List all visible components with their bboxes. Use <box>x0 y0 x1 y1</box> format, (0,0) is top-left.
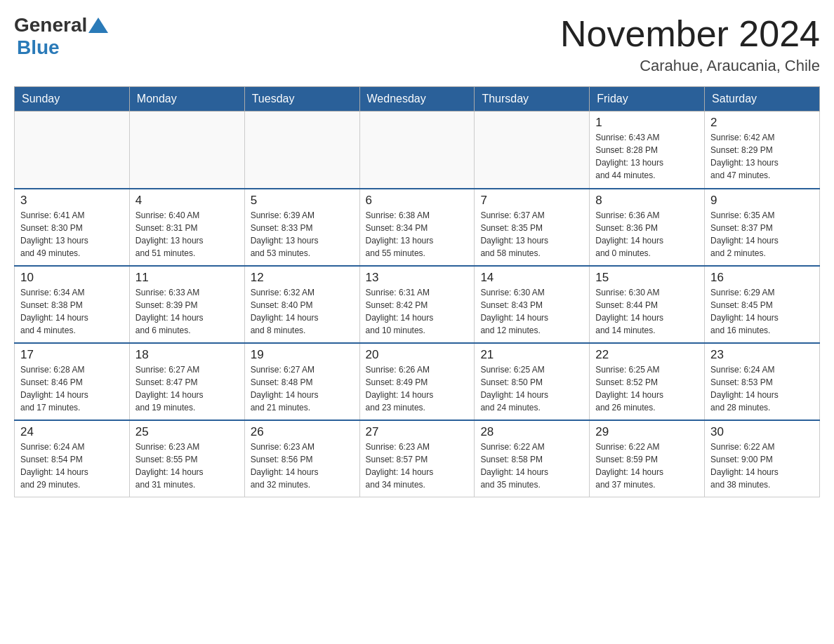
day-info: Sunrise: 6:28 AM Sunset: 8:46 PM Dayligh… <box>20 363 124 414</box>
day-info: Sunrise: 6:24 AM Sunset: 8:54 PM Dayligh… <box>20 441 124 491</box>
weekday-header-monday: Monday <box>129 87 244 112</box>
day-info: Sunrise: 6:33 AM Sunset: 8:39 PM Dayligh… <box>135 286 239 337</box>
logo-text: General <box>14 14 110 36</box>
calendar-week-row: 3Sunrise: 6:41 AM Sunset: 8:30 PM Daylig… <box>15 189 820 266</box>
weekday-header-sunday: Sunday <box>15 87 130 112</box>
day-number: 14 <box>480 271 583 285</box>
title-block: November 2024 Carahue, Araucania, Chile <box>560 14 820 75</box>
day-number: 4 <box>135 194 239 208</box>
day-number: 24 <box>20 425 124 439</box>
calendar-cell <box>359 112 475 189</box>
day-number: 21 <box>480 348 583 362</box>
day-number: 1 <box>595 116 699 130</box>
calendar-cell: 4Sunrise: 6:40 AM Sunset: 8:31 PM Daylig… <box>129 189 244 266</box>
calendar-week-row: 10Sunrise: 6:34 AM Sunset: 8:38 PM Dayli… <box>15 266 820 343</box>
day-info: Sunrise: 6:42 AM Sunset: 8:29 PM Dayligh… <box>710 131 814 182</box>
weekday-header-wednesday: Wednesday <box>359 87 475 112</box>
calendar-cell: 25Sunrise: 6:23 AM Sunset: 8:55 PM Dayli… <box>129 420 244 497</box>
day-number: 30 <box>710 425 814 439</box>
calendar-cell: 10Sunrise: 6:34 AM Sunset: 8:38 PM Dayli… <box>15 266 130 343</box>
day-info: Sunrise: 6:37 AM Sunset: 8:35 PM Dayligh… <box>480 209 583 260</box>
day-number: 5 <box>251 194 354 208</box>
day-info: Sunrise: 6:27 AM Sunset: 8:48 PM Dayligh… <box>251 363 354 414</box>
logo-general: General <box>14 14 87 36</box>
day-info: Sunrise: 6:40 AM Sunset: 8:31 PM Dayligh… <box>135 209 239 260</box>
day-info: Sunrise: 6:27 AM Sunset: 8:47 PM Dayligh… <box>135 363 239 414</box>
day-info: Sunrise: 6:34 AM Sunset: 8:38 PM Dayligh… <box>20 286 124 337</box>
calendar-cell <box>244 112 359 189</box>
day-info: Sunrise: 6:30 AM Sunset: 8:44 PM Dayligh… <box>595 286 699 337</box>
day-info: Sunrise: 6:25 AM Sunset: 8:50 PM Dayligh… <box>480 363 583 414</box>
calendar-cell: 23Sunrise: 6:24 AM Sunset: 8:53 PM Dayli… <box>705 343 820 420</box>
calendar-cell: 3Sunrise: 6:41 AM Sunset: 8:30 PM Daylig… <box>15 189 130 266</box>
day-number: 28 <box>480 425 583 439</box>
day-number: 22 <box>595 348 699 362</box>
day-info: Sunrise: 6:26 AM Sunset: 8:49 PM Dayligh… <box>366 363 469 414</box>
day-number: 3 <box>20 194 124 208</box>
day-number: 12 <box>251 271 354 285</box>
calendar-cell: 2Sunrise: 6:42 AM Sunset: 8:29 PM Daylig… <box>705 112 820 189</box>
calendar-cell: 28Sunrise: 6:22 AM Sunset: 8:58 PM Dayli… <box>475 420 590 497</box>
day-number: 8 <box>595 194 699 208</box>
day-number: 20 <box>366 348 469 362</box>
day-number: 27 <box>366 425 469 439</box>
calendar-cell: 16Sunrise: 6:29 AM Sunset: 8:45 PM Dayli… <box>705 266 820 343</box>
calendar-cell: 7Sunrise: 6:37 AM Sunset: 8:35 PM Daylig… <box>475 189 590 266</box>
calendar-cell: 11Sunrise: 6:33 AM Sunset: 8:39 PM Dayli… <box>129 266 244 343</box>
calendar-cell: 17Sunrise: 6:28 AM Sunset: 8:46 PM Dayli… <box>15 343 130 420</box>
calendar-cell: 9Sunrise: 6:35 AM Sunset: 8:37 PM Daylig… <box>705 189 820 266</box>
calendar-cell: 14Sunrise: 6:30 AM Sunset: 8:43 PM Dayli… <box>475 266 590 343</box>
day-info: Sunrise: 6:32 AM Sunset: 8:40 PM Dayligh… <box>251 286 354 337</box>
day-number: 15 <box>595 271 699 285</box>
day-number: 16 <box>710 271 814 285</box>
day-number: 13 <box>366 271 469 285</box>
calendar-cell: 5Sunrise: 6:39 AM Sunset: 8:33 PM Daylig… <box>244 189 359 266</box>
calendar-week-row: 17Sunrise: 6:28 AM Sunset: 8:46 PM Dayli… <box>15 343 820 420</box>
day-number: 23 <box>710 348 814 362</box>
day-info: Sunrise: 6:22 AM Sunset: 8:59 PM Dayligh… <box>595 441 699 491</box>
day-info: Sunrise: 6:41 AM Sunset: 8:30 PM Dayligh… <box>20 209 124 260</box>
main-title: November 2024 <box>560 14 820 54</box>
calendar-cell: 6Sunrise: 6:38 AM Sunset: 8:34 PM Daylig… <box>359 189 475 266</box>
day-number: 26 <box>251 425 354 439</box>
calendar-cell: 12Sunrise: 6:32 AM Sunset: 8:40 PM Dayli… <box>244 266 359 343</box>
day-info: Sunrise: 6:25 AM Sunset: 8:52 PM Dayligh… <box>595 363 699 414</box>
day-info: Sunrise: 6:39 AM Sunset: 8:33 PM Dayligh… <box>251 209 354 260</box>
day-info: Sunrise: 6:24 AM Sunset: 8:53 PM Dayligh… <box>710 363 814 414</box>
calendar-cell: 24Sunrise: 6:24 AM Sunset: 8:54 PM Dayli… <box>15 420 130 497</box>
calendar-cell: 22Sunrise: 6:25 AM Sunset: 8:52 PM Dayli… <box>590 343 705 420</box>
calendar-cell <box>475 112 590 189</box>
day-info: Sunrise: 6:36 AM Sunset: 8:36 PM Dayligh… <box>595 209 699 260</box>
day-number: 18 <box>135 348 239 362</box>
day-number: 11 <box>135 271 239 285</box>
day-info: Sunrise: 6:23 AM Sunset: 8:57 PM Dayligh… <box>366 441 469 491</box>
calendar-cell: 26Sunrise: 6:23 AM Sunset: 8:56 PM Dayli… <box>244 420 359 497</box>
day-number: 17 <box>20 348 124 362</box>
day-info: Sunrise: 6:29 AM Sunset: 8:45 PM Dayligh… <box>710 286 814 337</box>
day-info: Sunrise: 6:38 AM Sunset: 8:34 PM Dayligh… <box>366 209 469 260</box>
calendar-cell: 19Sunrise: 6:27 AM Sunset: 8:48 PM Dayli… <box>244 343 359 420</box>
calendar-cell: 30Sunrise: 6:22 AM Sunset: 9:00 PM Dayli… <box>705 420 820 497</box>
calendar-table: SundayMondayTuesdayWednesdayThursdayFrid… <box>14 86 820 497</box>
day-number: 19 <box>251 348 354 362</box>
logo-blue: Blue <box>17 36 60 58</box>
day-number: 6 <box>366 194 469 208</box>
weekday-header-tuesday: Tuesday <box>244 87 359 112</box>
calendar-cell: 18Sunrise: 6:27 AM Sunset: 8:47 PM Dayli… <box>129 343 244 420</box>
calendar-header-row: SundayMondayTuesdayWednesdayThursdayFrid… <box>15 87 820 112</box>
day-info: Sunrise: 6:43 AM Sunset: 8:28 PM Dayligh… <box>595 131 699 182</box>
day-number: 7 <box>480 194 583 208</box>
weekday-header-friday: Friday <box>590 87 705 112</box>
logo-triangle-icon <box>88 18 108 33</box>
day-info: Sunrise: 6:35 AM Sunset: 8:37 PM Dayligh… <box>710 209 814 260</box>
calendar-cell <box>129 112 244 189</box>
day-number: 29 <box>595 425 699 439</box>
logo: General Blue <box>14 14 110 59</box>
day-info: Sunrise: 6:31 AM Sunset: 8:42 PM Dayligh… <box>366 286 469 337</box>
calendar-cell: 1Sunrise: 6:43 AM Sunset: 8:28 PM Daylig… <box>590 112 705 189</box>
day-info: Sunrise: 6:23 AM Sunset: 8:55 PM Dayligh… <box>135 441 239 491</box>
calendar-cell: 15Sunrise: 6:30 AM Sunset: 8:44 PM Dayli… <box>590 266 705 343</box>
day-number: 25 <box>135 425 239 439</box>
calendar-cell: 21Sunrise: 6:25 AM Sunset: 8:50 PM Dayli… <box>475 343 590 420</box>
weekday-header-saturday: Saturday <box>705 87 820 112</box>
